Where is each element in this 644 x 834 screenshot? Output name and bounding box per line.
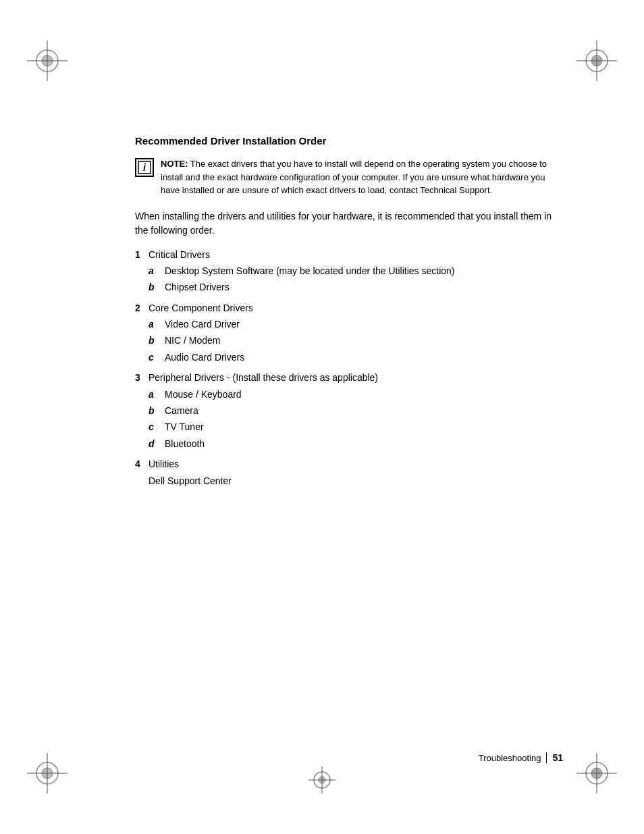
sub-content-2c: Audio Card Drivers xyxy=(165,350,563,365)
list-item-4-label: Utilities xyxy=(149,459,179,469)
intro-paragraph: When installing the drivers and utilitie… xyxy=(135,209,563,238)
sub-content-1a: Desktop System Software (may be located … xyxy=(165,263,563,278)
corner-mark-tr xyxy=(576,41,617,81)
list-item-2-content: Core Component Drivers a Video Card Driv… xyxy=(149,301,563,368)
note-box: i NOTE: The exact drivers that you have … xyxy=(135,157,563,197)
corner-mark-tl xyxy=(27,41,68,81)
sub-item-4a: Dell Support Center xyxy=(149,473,563,488)
sub-content-2a: Video Card Driver xyxy=(165,317,563,332)
list-item-3: 3 Peripheral Drivers - (Install these dr… xyxy=(135,370,563,454)
footer-text: Troubleshooting 51 xyxy=(479,752,563,763)
list-num-4: 4 xyxy=(135,457,149,471)
note-label: NOTE: xyxy=(161,159,188,169)
sub-list-4: Dell Support Center xyxy=(149,473,563,488)
list-num-2: 2 xyxy=(135,301,149,315)
list-num-3: 3 xyxy=(135,370,149,385)
sub-list-2: a Video Card Driver b NIC / Modem c Audi… xyxy=(149,317,563,365)
sub-content-3a: Mouse / Keyboard xyxy=(165,387,563,402)
main-content: Recommended Driver Installation Order i … xyxy=(135,135,563,494)
page-title: Recommended Driver Installation Order xyxy=(135,135,563,147)
list-num-1: 1 xyxy=(135,247,149,262)
sub-letter-3b: b xyxy=(149,403,165,418)
list-item-1: 1 Critical Drivers a Desktop System Soft… xyxy=(135,247,563,298)
sub-item-2a: a Video Card Driver xyxy=(149,317,563,332)
main-list: 1 Critical Drivers a Desktop System Soft… xyxy=(135,247,563,491)
sub-letter-1b: b xyxy=(149,280,165,294)
sub-item-1a: a Desktop System Software (may be locate… xyxy=(149,263,563,278)
sub-letter-3d: d xyxy=(149,436,165,451)
sub-item-3a: a Mouse / Keyboard xyxy=(149,387,563,402)
sub-content-1b: Chipset Drivers xyxy=(165,280,563,294)
sub-letter-2a: a xyxy=(149,317,165,332)
sub-letter-2c: c xyxy=(149,350,165,365)
list-item-2: 2 Core Component Drivers a Video Card Dr… xyxy=(135,301,563,368)
sub-item-1b: b Chipset Drivers xyxy=(149,280,563,294)
sub-list-3: a Mouse / Keyboard b Camera c TV Tuner d… xyxy=(149,387,563,452)
sub-letter-3a: a xyxy=(149,387,165,402)
sub-content-4a: Dell Support Center xyxy=(149,473,563,488)
footer-section: Troubleshooting xyxy=(479,753,541,763)
list-item-2-label: Core Component Drivers xyxy=(149,303,253,313)
list-item-3-label: Peripheral Drivers - (Install these driv… xyxy=(149,372,378,383)
page-footer: Troubleshooting 51 xyxy=(0,752,644,763)
sub-content-3c: TV Tuner xyxy=(165,419,563,434)
note-text: NOTE: The exact drivers that you have to… xyxy=(161,157,563,197)
svg-text:i: i xyxy=(143,162,146,173)
bottom-center-mark xyxy=(308,766,336,793)
list-item-4-content: Utilities Dell Support Center xyxy=(149,457,563,491)
sub-item-2b: b NIC / Modem xyxy=(149,333,563,348)
sub-letter-3c: c xyxy=(149,419,165,434)
sub-content-3b: Camera xyxy=(165,403,563,418)
sub-item-3c: c TV Tuner xyxy=(149,419,563,434)
page-number: 51 xyxy=(552,752,563,763)
list-item-1-content: Critical Drivers a Desktop System Softwa… xyxy=(149,247,563,298)
sub-list-1: a Desktop System Software (may be locate… xyxy=(149,263,563,295)
sub-letter-1a: a xyxy=(149,263,165,278)
note-icon: i xyxy=(135,158,154,177)
note-body: The exact drivers that you have to insta… xyxy=(161,159,547,195)
sub-content-3d: Bluetooth xyxy=(165,436,563,451)
sub-content-2b: NIC / Modem xyxy=(165,333,563,348)
list-item-4: 4 Utilities Dell Support Center xyxy=(135,457,563,491)
list-item-1-label: Critical Drivers xyxy=(149,249,210,260)
sub-item-3b: b Camera xyxy=(149,403,563,418)
list-item-3-content: Peripheral Drivers - (Install these driv… xyxy=(149,370,563,454)
sub-letter-2b: b xyxy=(149,333,165,348)
sub-item-2c: c Audio Card Drivers xyxy=(149,350,563,365)
sub-item-3d: d Bluetooth xyxy=(149,436,563,451)
footer-separator xyxy=(546,752,547,763)
